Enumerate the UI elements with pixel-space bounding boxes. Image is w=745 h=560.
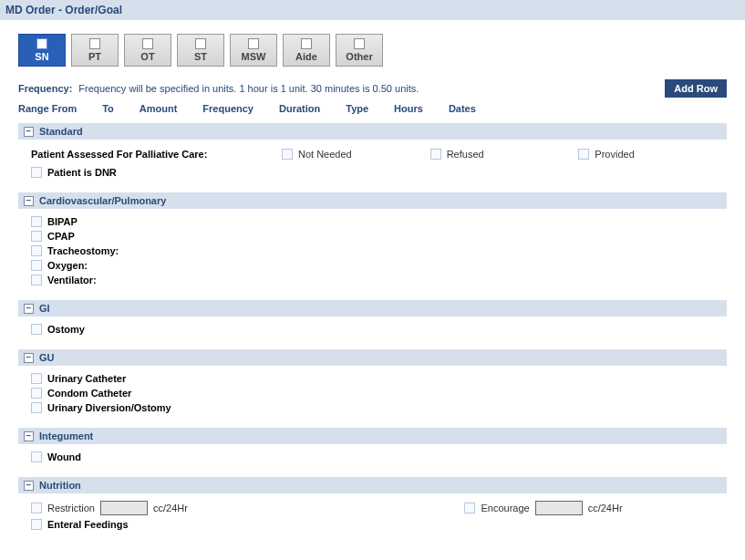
list-item: Tracheostomy: <box>31 244 727 258</box>
section-cardio: − Cardiovascular/Pulmonary BIPAP CPAP Tr… <box>18 192 727 293</box>
section-gu: − GU Urinary Catheter Condom Catheter Ur… <box>18 349 727 420</box>
col-dates: Dates <box>449 103 476 114</box>
checkbox-tracheostomy[interactable] <box>31 245 42 256</box>
checkbox-restriction[interactable] <box>31 503 42 513</box>
encourage-input[interactable] <box>535 501 583 515</box>
checkbox-cpap[interactable] <box>31 231 42 242</box>
tab-pt[interactable]: PT <box>71 34 119 67</box>
section-title: Standard <box>39 126 83 137</box>
col-to: To <box>102 103 114 114</box>
col-hours: Hours <box>394 103 423 114</box>
item-label: Patient is DNR <box>47 167 117 178</box>
checkbox-ventilator[interactable] <box>31 275 42 285</box>
item-label: Ventilator: <box>47 275 97 285</box>
tab-label: Other <box>346 51 372 62</box>
tab-label: OT <box>140 51 154 62</box>
item-label: Wound <box>47 451 81 462</box>
opt-label: Provided <box>595 149 634 160</box>
col-amount: Amount <box>140 103 178 114</box>
col-frequency: Frequency <box>202 103 254 114</box>
tab-other[interactable]: Other <box>336 34 383 67</box>
checkbox-urinary-diversion[interactable] <box>31 402 42 413</box>
collapse-icon[interactable]: − <box>24 481 34 491</box>
tab-label: SN <box>35 51 48 62</box>
section-nutrition: − Nutrition Restriction cc/24Hr Encourag… <box>18 477 727 537</box>
list-item: Condom Catheter <box>31 386 727 400</box>
frequency-label: Frequency: <box>18 83 72 94</box>
section-header-cardio: − Cardiovascular/Pulmonary <box>18 192 727 209</box>
checkbox-wound[interactable] <box>31 451 42 462</box>
section-integument: − Integument Wound <box>18 428 727 470</box>
tab-indicator-icon <box>301 38 312 49</box>
page-title: MD Order - Order/Goal <box>0 0 745 21</box>
tab-indicator-icon <box>195 38 206 49</box>
checkbox-encourage[interactable] <box>464 503 475 513</box>
checkbox-condom-catheter[interactable] <box>31 388 42 399</box>
collapse-icon[interactable]: − <box>24 304 34 314</box>
list-item: Urinary Catheter <box>31 371 727 386</box>
frequency-row: Frequency: Frequency will be specified i… <box>7 79 738 103</box>
item-label: Condom Catheter <box>47 388 131 399</box>
item-label: Enteral Feedings <box>47 519 129 530</box>
restriction-label: Restriction <box>47 503 95 513</box>
checkbox-enteral-feedings[interactable] <box>31 519 42 530</box>
section-header-gi: − GI <box>18 300 727 316</box>
list-item: Enteral Feedings <box>31 517 727 532</box>
list-item: Ostomy <box>31 322 727 337</box>
collapse-icon[interactable]: − <box>24 353 34 363</box>
col-type: Type <box>346 103 368 114</box>
checkbox-not-needed[interactable] <box>282 149 293 160</box>
section-title: GU <box>39 352 55 363</box>
tab-st[interactable]: ST <box>177 34 224 67</box>
encourage-label: Encourage <box>481 503 529 513</box>
add-row-button[interactable]: Add Row <box>665 79 727 98</box>
section-header-integument: − Integument <box>18 428 727 444</box>
list-item: Ventilator: <box>31 273 727 287</box>
checkbox-provided[interactable] <box>578 149 589 160</box>
list-item: Urinary Diversion/Ostomy <box>31 400 727 415</box>
checkbox-urinary-catheter[interactable] <box>31 373 42 384</box>
section-header-nutrition: − Nutrition <box>18 477 727 493</box>
checkbox-refused[interactable] <box>430 149 441 160</box>
item-label: BIPAP <box>47 216 78 227</box>
restriction-unit: cc/24Hr <box>153 503 188 513</box>
col-range-from: Range From <box>18 103 77 114</box>
collapse-icon[interactable]: − <box>24 431 34 441</box>
checkbox-dnr[interactable] <box>31 167 42 178</box>
frequency-hint: Frequency will be specified in units. 1 … <box>78 83 419 94</box>
section-title: GI <box>39 303 50 314</box>
palliative-assessment-row: Patient Assessed For Palliative Care: No… <box>31 145 727 165</box>
tab-msw[interactable]: MSW <box>230 34 277 67</box>
section-standard: − Standard Patient Assessed For Palliati… <box>18 123 727 185</box>
tab-label: MSW <box>242 51 266 62</box>
item-label: Oxygen: <box>47 260 88 271</box>
collapse-icon[interactable]: − <box>24 196 34 206</box>
tab-indicator-icon <box>248 38 259 49</box>
tab-label: PT <box>88 51 101 62</box>
collapse-icon[interactable]: − <box>24 127 34 137</box>
tab-indicator-icon <box>142 38 153 49</box>
encourage-unit: cc/24Hr <box>588 503 623 513</box>
section-title: Integument <box>39 430 93 441</box>
content-area: SN PT OT ST MSW Aide Other Frequency: Fr… <box>0 21 745 537</box>
checkbox-ostomy[interactable] <box>31 324 42 335</box>
section-title: Nutrition <box>39 480 81 491</box>
opt-label: Not Needed <box>298 149 352 160</box>
list-item: BIPAP <box>31 214 727 229</box>
palliative-label: Patient Assessed For Palliative Care: <box>31 149 273 160</box>
columns-header: Range From To Amount Frequency Duration … <box>7 103 738 123</box>
list-item: Patient is DNR <box>31 165 727 180</box>
item-label: Urinary Diversion/Ostomy <box>47 402 171 413</box>
tab-label: ST <box>194 51 207 62</box>
tab-label: Aide <box>295 51 317 62</box>
tab-sn[interactable]: SN <box>18 34 66 67</box>
list-item: Wound <box>31 450 727 464</box>
checkbox-bipap[interactable] <box>31 216 42 227</box>
list-item: Oxygen: <box>31 258 727 273</box>
section-header-standard: − Standard <box>18 123 727 140</box>
tab-aide[interactable]: Aide <box>283 34 330 67</box>
checkbox-oxygen[interactable] <box>31 260 42 271</box>
opt-label: Refused <box>447 149 484 160</box>
tab-ot[interactable]: OT <box>124 34 171 67</box>
restriction-input[interactable] <box>100 501 148 515</box>
